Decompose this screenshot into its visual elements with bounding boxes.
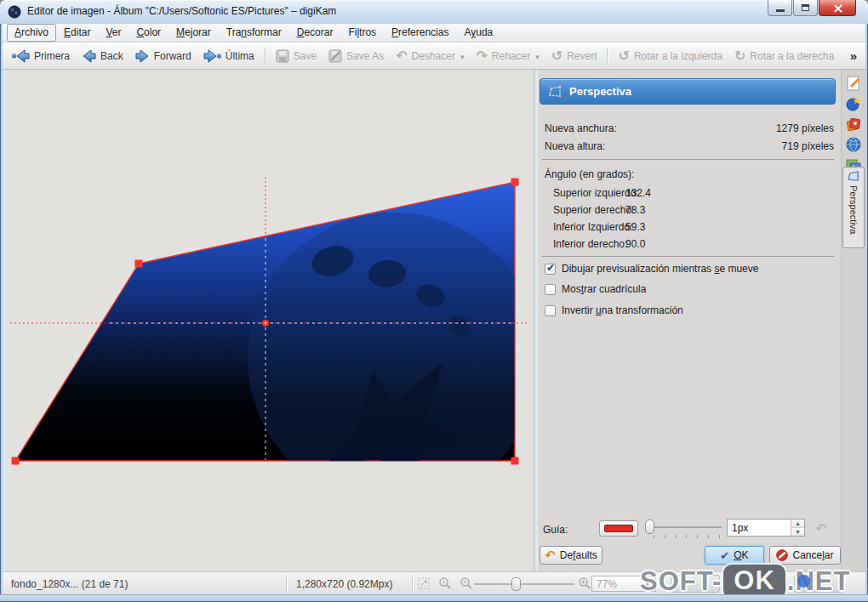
cancel-icon [776,549,788,561]
rotate-right-icon: ↻ [734,50,745,62]
revert-button[interactable]: ↺ Revert [545,47,603,65]
perspective-tool-panel: Perspectiva Nueva anchura:1279 píxeles N… [538,70,841,571]
redo-button[interactable]: ↷ Rehacer [470,47,545,65]
close-button[interactable] [819,0,856,16]
guide-color-swatch [604,525,633,532]
digikam-logo-watermark [248,213,533,508]
zoom-percent-combobox[interactable]: 77% ▼ [591,576,656,592]
status-filename: fondo_1280x... (21 de 71) [11,578,128,590]
go-first-icon [12,49,30,63]
guide-reset-icon[interactable]: ↶ [815,520,826,537]
geolocation-icon[interactable] [845,136,862,153]
defaults-button[interactable]: ↶ Defaults [540,546,602,565]
status-toggle-button[interactable] [794,575,843,593]
guide-width-slider[interactable] [645,519,723,537]
spin-down-icon[interactable]: ▼ [791,528,804,536]
toolbar-separator [265,48,266,65]
divider [542,159,834,160]
zoom-in-icon[interactable] [578,576,591,590]
perspective-preview [7,70,533,571]
angle-value: 59.3 [625,221,645,233]
main-toolbar: Primera Back Forward Última Save [3,43,865,70]
go-first-button[interactable]: Primera [6,46,76,66]
draw-preview-checkbox-row[interactable]: Dibujar previsualización mientras se mue… [545,263,758,275]
guide-width-spinbox[interactable]: 1px ▲ ▼ [727,519,805,537]
save-as-icon [328,49,342,63]
menu-mejorar[interactable]: Mejorar [168,24,219,42]
show-grid-checkbox-row[interactable]: Mostrar cuadrícula [545,283,646,295]
guide-label: Guía: [543,524,568,536]
ok-button[interactable]: ✔ OK [705,546,764,565]
cancel-button[interactable]: Cancelar [769,546,841,565]
zoom-original-icon[interactable] [438,576,452,590]
menu-editar[interactable]: Editar [56,24,98,42]
close-icon [833,3,842,13]
ok-check-icon: ✔ [720,549,729,562]
status-image-size: 1,280x720 (0.92Mpx) [296,578,392,590]
save-icon [276,49,289,63]
colors-icon[interactable] [845,116,862,133]
go-back-button[interactable]: Back [76,46,129,66]
guide-color-button[interactable] [599,520,638,537]
go-back-icon [82,49,96,63]
invert-transformation-checkbox-row[interactable]: Invertir una transformación [545,304,683,316]
menu-transformar[interactable]: Transformar [219,24,289,42]
menu-archivo[interactable]: Archivo [7,24,56,42]
maximize-button[interactable] [793,0,818,16]
status-toggle-button[interactable] [671,575,720,593]
menu-preferencias[interactable]: Preferencias [384,24,456,42]
toolbar-overflow-button[interactable]: » [850,48,862,63]
application-window: Editor de imagen - Álbum "C:/Users/Softo… [0,0,868,602]
revert-icon: ↺ [551,50,562,62]
rotate-left-icon: ↺ [618,50,629,62]
tab-perspectiva[interactable]: Perspectiva [842,167,865,248]
tool-header: Perspectiva [540,78,836,105]
divider [542,256,834,257]
handle-bottom-left [12,457,20,465]
save-as-button[interactable]: Save As [323,46,390,66]
zoom-out-icon[interactable] [460,576,473,590]
right-sidebar-tabstrip: Perspectiva [841,70,865,571]
image-canvas[interactable] [7,70,533,571]
perspective-tab-icon [848,170,860,183]
fit-to-window-icon[interactable] [417,576,431,590]
angle-value: 132.4 [625,187,651,199]
redo-dropdown-arrow-icon[interactable] [534,50,540,62]
redo-icon: ↷ [476,50,487,62]
angle-label: Inferior Izquierdo: [553,221,632,233]
rotate-left-button[interactable]: ↺ Rotar a la izquierda [612,47,728,65]
menu-bar: Archivo Editar Ver Color Mejorar Transfo… [3,24,865,43]
minimize-button[interactable] [768,0,792,16]
checkbox-checked[interactable] [545,264,556,275]
menu-ver[interactable]: Ver [98,24,128,42]
menu-ayuda[interactable]: Ayuda [456,24,500,42]
window-title: Editor de imagen - Álbum "C:/Users/Softo… [27,5,336,17]
checkbox-unchecked[interactable] [545,305,556,316]
go-last-button[interactable]: Última [197,46,260,66]
spin-up-icon[interactable]: ▲ [791,520,804,528]
tool-title: Perspectiva [569,85,631,98]
digikam-app-icon [8,5,21,19]
metadata-icon[interactable] [845,95,862,112]
menu-color[interactable]: Color [128,24,168,42]
new-height-row: Nueva altura:719 píxeles [545,140,834,152]
slider-thumb[interactable] [645,520,654,534]
undo-button[interactable]: ↶ Deshacer [390,47,470,65]
save-button[interactable]: Save [270,46,323,66]
zoom-slider[interactable] [474,577,574,591]
angles-title: Ángulo (en grados): [545,168,634,180]
undo-dropdown-arrow-icon[interactable] [460,50,465,62]
handle-top-left [135,260,143,268]
menu-filtros[interactable]: Filtros [340,24,384,42]
new-width-row: Nueva anchura:1279 píxeles [545,122,834,134]
zoom-slider-thumb[interactable] [511,577,521,591]
title-bar: Editor de imagen - Álbum "C:/Users/Softo… [0,0,868,24]
rotate-right-button[interactable]: ↻ Rotar a la derecha [728,47,840,65]
handle-top-right [511,179,519,186]
properties-icon[interactable] [845,75,862,92]
menu-decorar[interactable]: Decorar [289,24,341,42]
go-forward-button[interactable]: Forward [129,46,197,66]
defaults-icon: ↶ [545,551,556,559]
status-toggle-button[interactable] [728,575,787,593]
checkbox-unchecked[interactable] [545,284,556,295]
